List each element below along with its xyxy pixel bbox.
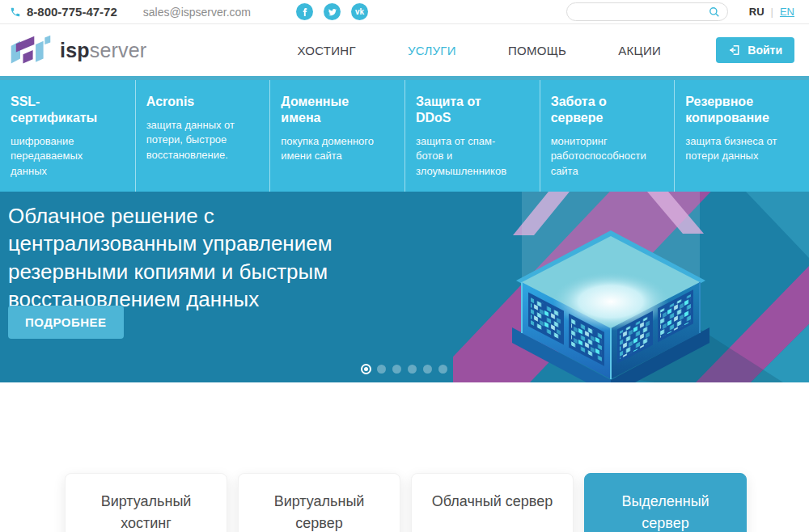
lang-separator: | [771,6,773,18]
logo-wordmark: ispserver [60,39,146,62]
carousel-dot[interactable] [438,365,447,374]
menu-item-domains[interactable]: Доменные имена покупка доменного имени с… [269,80,404,192]
carousel-dot[interactable] [392,365,401,374]
phone-icon [10,6,21,18]
tab-virtual-hosting[interactable]: Виртуальный хостинг [65,473,227,532]
tab-dedicated-server[interactable]: Выделенный сервер [584,473,747,532]
carousel-dot[interactable] [364,367,368,371]
nav-item-promos[interactable]: АКЦИИ [618,44,661,57]
login-icon [728,44,741,57]
logo[interactable]: ispserver [10,33,146,67]
lang-en-link[interactable]: EN [780,6,794,18]
server-cube-illustration [453,192,809,382]
nav-item-help[interactable]: ПОМОЩЬ [508,44,566,57]
twitter-icon[interactable] [324,3,341,20]
social-links: vk [296,3,368,20]
menu-item-ddos[interactable]: Защита от DDoS защита от спам-ботов и зл… [404,80,540,192]
language-switch: RU | EN [749,6,794,18]
carousel-dot[interactable] [408,365,417,374]
search-input[interactable] [577,6,709,19]
login-button[interactable]: Войти [716,37,794,63]
nav-item-hosting[interactable]: ХОСТИНГ [297,44,356,57]
topbar: 8-800-775-47-72 sales@ispserver.com vk R… [0,0,809,24]
vk-icon[interactable]: vk [351,3,368,20]
menu-item-server-care[interactable]: Забота о сервере мониторинг работоспособ… [540,80,675,192]
menu-item-ssl[interactable]: SSL-сертификаты шифрование передаваемых … [0,80,135,192]
services-mega-menu: SSL-сертификаты шифрование передаваемых … [0,76,809,192]
menu-item-acronis[interactable]: Acronis защита данных от потери, быстрое… [135,80,270,192]
tab-cloud-server[interactable]: Облачный сервер [411,473,574,532]
product-tabs: Виртуальный хостинг Виртуальный сервер О… [0,473,809,532]
menu-item-backup[interactable]: Резервное копирование защита бизнеса от … [674,80,809,192]
carousel-dot[interactable] [423,365,432,374]
tab-virtual-server[interactable]: Виртуальный сервер [238,473,400,532]
carousel-dot[interactable] [377,365,386,374]
email-link[interactable]: sales@ispserver.com [143,6,251,19]
main-navigation: ispserver ХОСТИНГ УСЛУГИ ПОМОЩЬ АКЦИИ Во… [0,24,809,76]
hero-heading: Облачное решение с централизованным упра… [0,192,409,313]
carousel-dots [362,365,447,374]
phone-link[interactable]: 8-800-775-47-72 [10,5,117,19]
nav-items: ХОСТИНГ УСЛУГИ ПОМОЩЬ АКЦИИ [297,44,661,57]
lang-current: RU [749,6,765,18]
hero-banner: Облачное решение с централизованным упра… [0,192,809,382]
hero-details-button[interactable]: ПОДРОБНЕЕ [8,306,124,339]
facebook-icon[interactable] [296,3,313,20]
nav-item-services[interactable]: УСЛУГИ [408,44,456,57]
search-box [566,2,728,21]
phone-number: 8-800-775-47-72 [27,5,117,19]
search-icon[interactable] [709,6,720,18]
logo-icon [10,33,52,67]
